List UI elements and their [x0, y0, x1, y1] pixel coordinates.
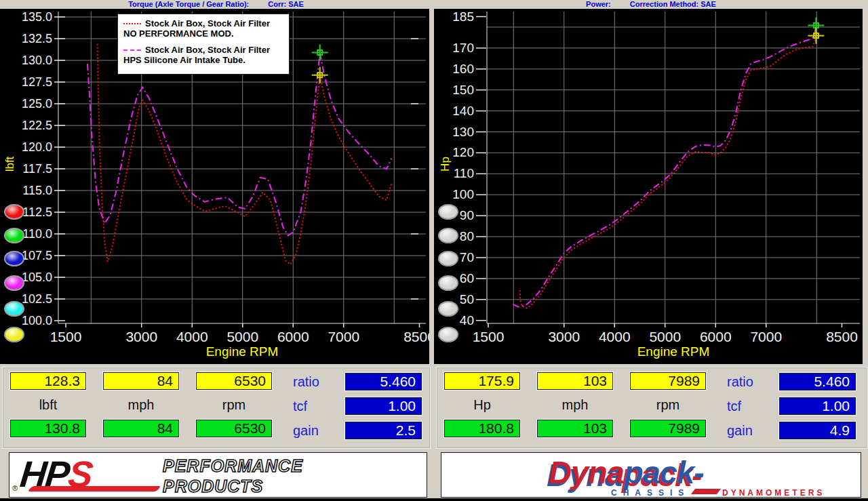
svg-text:122.5: 122.5: [22, 119, 52, 132]
right-edge-strip: [863, 9, 868, 364]
power-tcf-field[interactable]: 1.00: [779, 397, 856, 415]
svg-text:117.5: 117.5: [22, 162, 52, 176]
svg-text:50: 50: [460, 292, 474, 306]
svg-text:5000: 5000: [649, 329, 681, 344]
power-gain-label: gain: [727, 423, 774, 439]
series-1: [87, 53, 392, 236]
dynapack-dynamometers-text: DYNAMOMETERS: [722, 488, 825, 498]
legend: Stock Air Box, Stock Air Filter NO PERFO…: [117, 14, 290, 75]
legend-entry-stock: Stock Air Box, Stock Air Filter NO PERFO…: [123, 18, 283, 39]
torque-cursor-rpm-box: 6530: [196, 372, 272, 390]
power-ratio-label: ratio: [727, 374, 774, 390]
cursor-marker-0[interactable]: [312, 44, 328, 60]
svg-text:4000: 4000: [176, 329, 208, 344]
color-button-1[interactable]: [4, 228, 24, 243]
svg-text:110: 110: [454, 166, 474, 180]
svg-text:120: 120: [452, 145, 474, 159]
svg-text:125.0: 125.0: [22, 97, 52, 111]
svg-text:1500: 1500: [50, 329, 82, 344]
color-button-2[interactable]: [4, 251, 24, 266]
color-button-4[interactable]: [4, 301, 24, 317]
torque-y-axis-title: lbft: [3, 144, 16, 184]
hps-logo-box: HPS ® PERFORMANCE PRODUCTS: [9, 452, 427, 498]
torque-ratio-field[interactable]: 5.460: [345, 373, 422, 390]
svg-text:132.5: 132.5: [22, 32, 52, 45]
torque-gain-field[interactable]: 2.5: [345, 422, 422, 439]
torque-peak-value-box: 130.8: [10, 420, 86, 437]
torque-header-title: Torque (Axle Torque / Gear Ratio):: [128, 0, 249, 9]
hps-registered-mark: ®: [12, 484, 18, 492]
grey-button-1[interactable]: [438, 228, 458, 243]
cursor-marker-1[interactable]: [808, 28, 824, 44]
x-axis-title: Engine RPM: [637, 344, 710, 359]
torque-cursor-value-box: 128.3: [10, 372, 86, 390]
grey-button-4[interactable]: [438, 301, 458, 317]
dynapack-logo-box: Dynapack- CHASSIS DYNAMOMETERS: [441, 452, 861, 498]
svg-text:127.5: 127.5: [22, 75, 52, 89]
svg-text:40: 40: [460, 313, 474, 327]
x-axis-ticks: 1500300040005000600070008500: [50, 323, 429, 344]
torque-speed-unit-label: mph: [103, 397, 179, 413]
svg-text:110.0: 110.0: [22, 227, 52, 241]
torque-gain-label: gain: [293, 423, 340, 439]
svg-text:135.0: 135.0: [22, 10, 52, 24]
power-gain-field[interactable]: 4.9: [779, 422, 856, 439]
bottom-bar: [0, 498, 868, 501]
svg-text:140: 140: [452, 104, 474, 118]
power-peak-speed-box: 103: [537, 420, 613, 437]
power-cursor-value-box: 175.9: [444, 372, 520, 390]
svg-text:3000: 3000: [125, 329, 157, 344]
legend-hps-line2: HPS Silicone Air Intake Tube.: [123, 55, 245, 65]
power-peak-value-box: 180.8: [444, 420, 520, 437]
svg-text:6000: 6000: [277, 329, 309, 344]
dyno-window: { "header_left": {"title": "Torque (Axle…: [0, 0, 868, 501]
power-header-correction: Correction Method: SAE: [630, 0, 716, 9]
power-cursor-rpm-box: 7989: [630, 372, 706, 390]
color-button-0[interactable]: [4, 204, 24, 220]
svg-text:100.0: 100.0: [22, 314, 52, 327]
power-ratio-field[interactable]: 5.460: [779, 373, 856, 390]
svg-text:150: 150: [452, 83, 474, 97]
power-header-bar: Power: Correction Method: SAE: [434, 0, 868, 9]
chart-grid: [487, 12, 860, 323]
power-rpm-unit-label: rpm: [630, 397, 706, 413]
power-y-axis-title: Hp: [439, 144, 451, 184]
grey-button-0[interactable]: [438, 204, 458, 220]
power-tcf-label: tcf: [727, 399, 774, 414]
power-chart[interactable]: 1851701601501401301201101009080706050401…: [434, 9, 863, 364]
svg-text:4000: 4000: [599, 329, 631, 344]
torque-unit-label: lbft: [10, 397, 86, 413]
svg-text:130: 130: [452, 125, 474, 139]
svg-text:60: 60: [460, 271, 474, 285]
svg-text:1500: 1500: [473, 329, 505, 344]
power-cursor-speed-box: 103: [537, 372, 613, 390]
torque-tcf-label: tcf: [293, 399, 340, 414]
svg-text:70: 70: [460, 250, 474, 264]
color-button-5[interactable]: [4, 327, 24, 342]
power-unit-label: Hp: [444, 397, 520, 413]
torque-tcf-field[interactable]: 1.00: [345, 397, 422, 415]
svg-text:8500: 8500: [403, 329, 429, 344]
dynapack-word-blue: pack-: [624, 454, 704, 490]
panel-divider: [429, 9, 434, 364]
legend-entry-hps: Stock Air Box, Stock Air Filter HPS Sili…: [123, 45, 283, 65]
svg-text:160: 160: [452, 62, 474, 76]
svg-text:170: 170: [452, 41, 474, 55]
torque-ratio-label: ratio: [293, 374, 340, 390]
svg-text:6000: 6000: [700, 329, 732, 344]
dynapack-logo: Dynapack-: [549, 454, 704, 491]
torque-peak-speed-box: 84: [103, 420, 179, 437]
grey-button-3[interactable]: [438, 275, 458, 291]
power-peak-rpm-box: 7989: [630, 420, 706, 437]
grey-button-2[interactable]: [438, 251, 458, 266]
svg-text:102.5: 102.5: [22, 292, 52, 306]
legend-stock-line2: NO PERFORMANCE MOD.: [123, 28, 234, 39]
legend-hps-line1: Stock Air Box, Stock Air Filter: [145, 45, 270, 55]
dynapack-swoosh-icon: [691, 489, 721, 494]
color-button-3[interactable]: [4, 275, 24, 291]
svg-text:185: 185: [452, 9, 474, 24]
grey-button-5[interactable]: [438, 327, 458, 342]
svg-text:7000: 7000: [750, 329, 782, 344]
torque-header-correction: Corr: SAE: [268, 0, 304, 9]
hps-products-text: PRODUCTS: [163, 477, 263, 496]
